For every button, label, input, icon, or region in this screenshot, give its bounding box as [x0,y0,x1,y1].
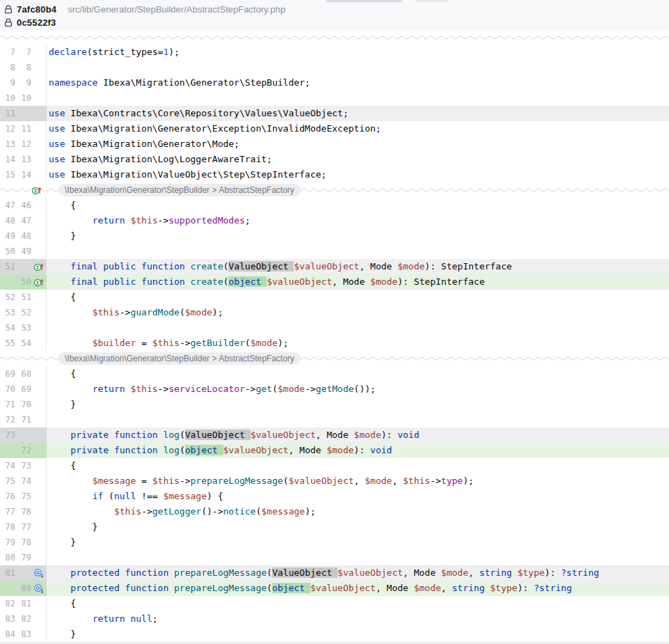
diff-row: 8382 return null; [0,611,669,627]
diff-row: 4847 return $this->supportedModes; [0,213,669,228]
code-line[interactable]: use Ibexa\Migration\ValueObject\Step\Ste… [47,167,669,182]
line-number-new: 8 [17,60,31,75]
code-line[interactable]: final public function create(ValueObject… [47,259,669,274]
code-line[interactable]: final public function create(object $val… [47,274,669,290]
code-line[interactable]: { [47,198,669,213]
line-number-new: 76 [17,504,31,519]
gutter: 5453 [0,320,47,336]
code-line[interactable]: private function log(ValueObject $valueO… [47,427,669,443]
line-number-old: 52 [1,290,15,305]
line-number-old [1,581,15,596]
gutter-icon-slot [32,213,46,228]
code-line[interactable]: } [47,397,669,412]
code-line[interactable] [47,320,669,336]
diff-row: 7574 $message = $this->prepareLogMessage… [0,473,669,489]
code-line[interactable]: use Ibexa\Migration\Generator\Mode; [47,136,669,152]
code-line[interactable] [47,60,669,75]
line-number-old: 13 [1,136,15,152]
gutter-icon-slot [32,489,46,504]
line-number-new: 70 [17,397,31,412]
diff-row-removed: 51 final public function create(ValueObj… [0,259,669,274]
code-line[interactable]: { [47,458,669,473]
diff-row: 5049 [0,244,669,259]
gutter: 11 [0,106,47,121]
code-line[interactable]: namespace Ibexa\Migration\Generator\Step… [47,75,669,91]
diff-row: 88 [0,60,669,75]
diff-row: 7069 return $this->serviceLocator->get($… [0,382,669,397]
diff-row: 7473 { [0,458,669,473]
code-line[interactable]: } [47,535,669,550]
overridden-method-icon[interactable] [33,583,45,594]
code-line[interactable]: { [47,596,669,611]
code-line[interactable] [47,412,669,427]
implements-method-icon[interactable] [33,277,45,288]
code-line[interactable]: { [47,290,669,305]
line-number-old: 69 [1,366,15,382]
gutter: 4948 [0,228,47,244]
line-number-old: 11 [1,106,15,121]
code-line[interactable]: } [47,228,669,244]
line-number-new: 71 [17,412,31,427]
gutter: 7473 [0,458,47,473]
line-number-old: 73 [1,427,15,443]
gutter-icon-slot [32,60,46,75]
code-line[interactable] [47,244,669,259]
code-line[interactable]: return $this->supportedModes; [47,213,669,228]
cropped-ui-fragment [326,0,402,2]
code-line[interactable]: } [47,627,669,642]
code-line[interactable]: $this->getLogger()->notice($message); [47,504,669,519]
gutter-icon-slot [32,75,46,91]
line-number-new: 68 [17,366,31,382]
code-line[interactable]: return $this->serviceLocator->get($mode-… [47,382,669,397]
gutter: 80 [0,581,47,596]
line-number-old: 70 [1,382,15,397]
code-line[interactable] [47,550,669,565]
collapsed-region-separator[interactable]: \Ibexa\Migration\Generator\StepBuilder >… [0,351,669,366]
code-line[interactable]: declare(strict_types=1); [47,45,669,60]
implements-method-icon[interactable] [33,262,45,272]
line-number-old: 76 [1,489,15,504]
gutter-icon-slot [32,305,46,320]
gutter-icon-slot [32,596,46,611]
code-line[interactable]: return null; [47,611,669,627]
line-number-new: 83 [17,627,31,642]
overridden-method-icon[interactable] [33,568,45,579]
gutter-icon-slot [32,167,46,182]
code-line[interactable]: use Ibexa\Migration\Generator\Exception\… [47,121,669,136]
code-line[interactable]: use Ibexa\Contracts\Core\Repository\Valu… [47,106,669,121]
gutter-icon[interactable] [31,185,42,196]
code-line[interactable]: $this->guardMode($mode); [47,305,669,320]
line-number-new: 78 [17,535,31,550]
line-number-new: 47 [17,213,31,228]
gutter-icon-slot [32,382,46,397]
diff-row: 5554 $builder = $this->getBuilder($mode)… [0,336,669,351]
code-line[interactable]: $builder = $this->getBuilder($mode); [47,336,669,351]
diff-row: 6968 { [0,366,669,382]
code-line[interactable]: protected function prepareLogMessage(obj… [47,581,669,596]
collapsed-region-separator[interactable]: \Ibexa\Migration\Generator\StepBuilder >… [0,182,669,198]
line-number-new: 10 [17,91,31,106]
line-number-old: 71 [1,397,15,412]
line-number-old: 78 [1,519,15,535]
diff-row-removed: 73 private function log(ValueObject $val… [0,427,669,443]
code-line[interactable]: private function log(object $valueObject… [47,443,669,458]
code-line[interactable]: if (null !== $message) { [47,489,669,504]
line-number-new: 72 [17,443,31,458]
code-line[interactable]: } [47,519,669,535]
code-line[interactable]: $message = $this->prepareLogMessage($val… [47,473,669,489]
gutter-icon-slot [32,427,46,443]
implements-method-icon[interactable] [31,185,42,196]
collapsed-region-breadcrumb: \Ibexa\Migration\Generator\StepBuilder >… [58,352,301,365]
code-line[interactable]: protected function prepareLogMessage(Val… [47,565,669,581]
code-line[interactable]: { [47,366,669,382]
code-line[interactable] [47,91,669,106]
line-number-new: 54 [17,336,31,351]
gutter: 81 [0,565,47,581]
line-number-new: 75 [17,489,31,504]
gutter-icon-slot [32,106,46,121]
gutter: 5049 [0,244,47,259]
gutter: 51 [0,259,47,274]
file-path: src/lib/Generator/StepBuilder/AbstractSt… [68,4,285,15]
code-line[interactable]: use Ibexa\Migration\Log\LoggerAwareTrait… [47,152,669,167]
cropped-ui-fragment [416,0,448,2]
